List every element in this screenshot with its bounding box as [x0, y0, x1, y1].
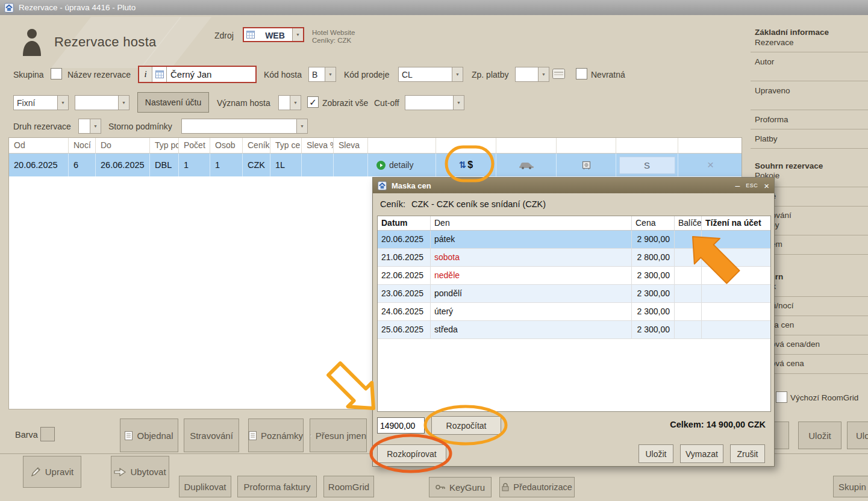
- distribute-button[interactable]: Rozpočítat: [431, 416, 501, 435]
- preauth-button[interactable]: Předautorizace: [499, 477, 575, 497]
- source-dropdown[interactable]: WEB ▼: [243, 27, 304, 42]
- dialog-save-button[interactable]: Uložit: [639, 444, 673, 463]
- checkin-button[interactable]: Ubytovat: [111, 456, 169, 488]
- show-all-checkbox[interactable]: ✓: [307, 96, 319, 108]
- rate-subtype-dropdown[interactable]: ▼: [75, 95, 130, 110]
- guest-importance-dropdown[interactable]: ▼: [278, 95, 301, 110]
- transport-button[interactable]: [496, 154, 557, 176]
- col-header[interactable]: Sleva: [334, 138, 368, 153]
- cell-cena: 2 900,00: [632, 231, 675, 248]
- col-header[interactable]: Do: [96, 138, 150, 153]
- col-header-empty: [616, 138, 678, 153]
- calendar-picker-button[interactable]: [152, 67, 167, 82]
- col-header[interactable]: Nocí: [69, 138, 96, 153]
- calendar-grid-icon: [155, 70, 164, 78]
- meals-button[interactable]: Stravování: [184, 419, 239, 452]
- dialog-clear-button[interactable]: Vymazat: [680, 444, 723, 463]
- minimize-icon[interactable]: –: [735, 181, 740, 190]
- details-button[interactable]: detaily: [368, 154, 436, 176]
- safe-button[interactable]: [557, 154, 616, 176]
- rate-type-dropdown[interactable]: Fixní ▼: [13, 95, 69, 110]
- cell-balicek: [675, 249, 702, 266]
- price-row[interactable]: 20.06.2025 pátek 2 900,00: [378, 231, 770, 249]
- app-house-icon: [4, 3, 14, 13]
- ordered-button[interactable]: Objednal: [120, 419, 178, 452]
- chevron-down-icon[interactable]: ▼: [57, 96, 68, 110]
- col-header[interactable]: Tížení na účet: [702, 216, 772, 230]
- duplicate-button[interactable]: Duplikovat: [179, 476, 231, 497]
- price-mask-button[interactable]: ⇅ $: [436, 154, 496, 176]
- sidebar-item: Rezervace: [755, 38, 794, 47]
- chevron-down-icon[interactable]: ▼: [290, 96, 301, 110]
- move-names-button[interactable]: Přesun jmen: [310, 419, 367, 452]
- chevron-down-icon[interactable]: ▼: [452, 67, 463, 81]
- sidebar-save-button[interactable]: Uložit: [798, 422, 841, 449]
- dialog-cancel-button[interactable]: Zrušit: [730, 444, 765, 463]
- default-roomgrid-checkbox[interactable]: [776, 391, 787, 403]
- col-header[interactable]: Počet: [179, 138, 210, 153]
- chevron-down-icon[interactable]: ▼: [453, 96, 464, 110]
- cutoff-dropdown[interactable]: ▼: [405, 95, 464, 110]
- price-row[interactable]: 25.06.2025 středa 2 300,00: [378, 321, 770, 339]
- col-header[interactable]: Datum: [378, 216, 431, 230]
- chevron-down-icon[interactable]: ▼: [296, 119, 307, 133]
- col-header[interactable]: Osob: [210, 138, 243, 153]
- col-header[interactable]: Balíče: [675, 216, 702, 230]
- col-header[interactable]: Ceník: [243, 138, 270, 153]
- info-button[interactable]: i: [139, 67, 152, 82]
- color-swatch[interactable]: [40, 427, 55, 441]
- meals-label: Stravování: [190, 431, 233, 441]
- group-checkbox[interactable]: [51, 68, 62, 79]
- payment-card-icon[interactable]: [552, 69, 565, 79]
- close-icon[interactable]: ×: [764, 181, 769, 191]
- cell-datum: 24.06.2025: [378, 303, 431, 320]
- proforma-button[interactable]: Proforma faktury: [237, 476, 317, 497]
- cancel-terms-dropdown[interactable]: ▼: [181, 119, 308, 134]
- chevron-down-icon[interactable]: ▼: [538, 67, 549, 81]
- copy-prices-button[interactable]: Rozkopírovat: [377, 444, 446, 463]
- dialog-titlebar[interactable]: Maska cen – ESC ×: [373, 178, 774, 193]
- price-row[interactable]: 22.06.2025 neděle 2 300,00: [378, 267, 770, 285]
- col-header[interactable]: Typ ce: [270, 138, 302, 153]
- cell-tizeni: [702, 249, 772, 266]
- total-price-input[interactable]: [377, 417, 425, 434]
- notes-button[interactable]: Poznámky: [248, 419, 304, 452]
- col-header[interactable]: Od: [9, 138, 69, 153]
- chevron-down-icon[interactable]: ▼: [292, 28, 303, 41]
- chevron-down-icon[interactable]: ▼: [325, 67, 336, 81]
- edit-button[interactable]: Upravit: [23, 456, 81, 488]
- col-header[interactable]: Cena: [632, 216, 675, 230]
- account-settings-button[interactable]: Nastavení účtu: [137, 92, 209, 113]
- cell-balicek: [675, 231, 702, 248]
- chevron-down-icon[interactable]: ▼: [118, 96, 129, 110]
- row-delete-button[interactable]: ×: [678, 154, 743, 176]
- reservation-kind-dropdown[interactable]: ▼: [78, 119, 101, 134]
- col-header[interactable]: Typ pc: [150, 138, 179, 153]
- total-label: Celkem: 14 900,00 CZK: [602, 420, 766, 429]
- reservation-name-input[interactable]: [167, 67, 255, 82]
- payment-method-dropdown[interactable]: ▼: [515, 67, 549, 82]
- price-row[interactable]: 23.06.2025 pondělí 2 300,00: [378, 285, 770, 303]
- sidebar-item: Platby: [755, 134, 778, 143]
- price-row[interactable]: 21.06.2025 sobota 2 800,00: [378, 249, 770, 267]
- chevron-down-icon[interactable]: ▼: [90, 119, 101, 133]
- window-title: Rezervace - úprava 4416 - Pluto: [19, 3, 136, 12]
- room-row-selected[interactable]: 20.06.2025 6 26.06.2025 DBL 1 1 CZK 1L d…: [9, 154, 742, 176]
- s-button[interactable]: S: [619, 157, 675, 174]
- sidebar-save-button-2[interactable]: Uložit: [847, 422, 868, 449]
- nonrefundable-checkbox[interactable]: [576, 68, 587, 79]
- sidebar-divider: [751, 110, 868, 110]
- reservation-name-label: Název rezervace: [67, 70, 131, 79]
- sale-code-dropdown[interactable]: CL ▼: [398, 67, 463, 82]
- sale-code-value: CL: [399, 67, 452, 81]
- guest-code-dropdown[interactable]: B ▼: [308, 67, 336, 82]
- keyguru-button[interactable]: KeyGuru: [429, 477, 492, 497]
- source-note-1: Hotel Website: [312, 29, 355, 37]
- source-label: Zdroj: [214, 31, 234, 40]
- price-row[interactable]: 24.06.2025 úterý 2 300,00: [378, 303, 770, 321]
- col-header[interactable]: Den: [431, 216, 632, 230]
- col-header[interactable]: Sleva %: [302, 138, 334, 153]
- roomgrid-button[interactable]: RoomGrid: [323, 476, 374, 497]
- show-all-label: Zobrazit vše: [322, 98, 368, 108]
- col-header-empty: [496, 138, 557, 153]
